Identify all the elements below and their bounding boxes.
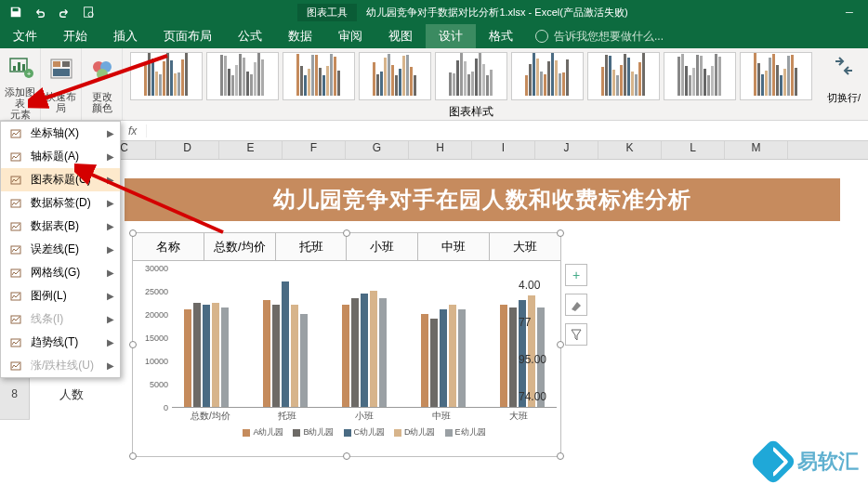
watermark-text: 易软汇 <box>797 448 859 476</box>
fx-icon[interactable]: fx <box>119 124 147 137</box>
chevron-right-icon: ▶ <box>107 314 114 324</box>
chevron-right-icon: ▶ <box>107 151 114 162</box>
column-header[interactable]: I <box>472 141 535 159</box>
save-icon[interactable] <box>6 2 26 22</box>
quick-layout-button[interactable]: 快速布局 <box>41 48 82 120</box>
chevron-right-icon: ▶ <box>107 221 114 231</box>
change-colors-button[interactable]: 更改 颜色 <box>82 48 123 120</box>
chart-header-cell: 中班 <box>418 233 490 260</box>
column-headers[interactable]: BCDEFGHIJKLM <box>0 141 868 160</box>
ribbon-tabs: 文件开始插入页面布局公式数据审阅视图设计格式告诉我您想要做什么... <box>0 24 868 48</box>
chart-styles-label: 图表样式 <box>449 104 493 120</box>
chart-flyout-buttons: + <box>565 264 587 346</box>
tab-页面布局[interactable]: 页面布局 <box>151 24 225 48</box>
chart-style-thumb[interactable] <box>283 52 355 100</box>
chart-style-thumb[interactable] <box>359 52 431 100</box>
svg-text:+: + <box>26 70 31 78</box>
window-controls: ─ <box>831 0 868 24</box>
svg-rect-10 <box>62 61 70 67</box>
redo-icon[interactable] <box>54 2 74 22</box>
menu-label: 轴标题(A) <box>31 149 79 164</box>
print-preview-icon[interactable] <box>78 2 99 22</box>
data-label-icon <box>8 196 23 211</box>
chart-styles-gallery[interactable]: 图表样式 <box>123 48 820 120</box>
data-table-icon <box>8 219 23 234</box>
tab-开始[interactable]: 开始 <box>50 24 100 48</box>
column-header[interactable]: E <box>219 141 283 159</box>
chart-legend: A幼儿园B幼儿园C幼儿园D幼儿园E幼儿园 <box>172 426 557 438</box>
chart-style-thumb[interactable] <box>130 52 203 100</box>
ribbon: + 添加图表 元素 快速布局 更改 颜色 图表样式 切换行/ <box>0 48 868 121</box>
lightbulb-icon <box>535 30 548 43</box>
add-element-label: 添加图表 元素 <box>4 86 36 120</box>
menu-label: 图表标题(C) <box>31 172 91 188</box>
watermark-logo-icon <box>750 438 797 484</box>
chart-style-thumb[interactable] <box>206 52 279 100</box>
tab-数据[interactable]: 数据 <box>275 24 325 48</box>
tab-设计[interactable]: 设计 <box>426 24 476 48</box>
chart-plot-area[interactable]: 050001000015000200002500030000 总数/均价托班小班… <box>133 261 560 428</box>
menu-error-bars[interactable]: 误差线(E)▶ <box>1 238 120 261</box>
menu-legend[interactable]: 图例(L)▶ <box>1 284 120 307</box>
minimize-button[interactable]: ─ <box>831 0 868 24</box>
column-header[interactable]: L <box>662 141 725 159</box>
chart-style-thumb[interactable] <box>511 52 584 100</box>
menu-lines: 线条(I)▶ <box>1 307 120 331</box>
row-label-cell: 人数 <box>59 386 84 403</box>
quick-layout-label: 快速布局 <box>45 91 77 113</box>
column-header[interactable]: F <box>283 141 346 159</box>
chart-style-thumb[interactable] <box>435 52 507 100</box>
switch-rowcol-label: 切换行/ <box>827 91 861 105</box>
chart-header-cell: 大班 <box>490 233 560 260</box>
chevron-right-icon: ▶ <box>107 291 114 301</box>
chart-filter-flyout[interactable] <box>565 323 587 346</box>
svg-point-14 <box>97 69 108 80</box>
tell-me-input[interactable]: 告诉我您想要做什么... <box>526 24 664 48</box>
tab-审阅[interactable]: 审阅 <box>325 24 375 48</box>
chart-bars <box>172 268 557 408</box>
title-bar: 图表工具 幼儿园竞争对手数据对比分析1.xlsx - Excel(产品激活失败)… <box>0 0 868 24</box>
tab-公式[interactable]: 公式 <box>225 24 275 48</box>
worksheet-grid[interactable]: 78 幼儿园竞争对手在园人数和收费标准分析 名称总数/均价托班小班中班大班 05… <box>0 160 868 484</box>
svg-rect-9 <box>53 61 60 67</box>
chart-style-thumb[interactable] <box>664 52 736 100</box>
column-header[interactable]: K <box>598 141 662 159</box>
tab-插入[interactable]: 插入 <box>100 24 151 48</box>
column-header[interactable]: H <box>409 141 472 159</box>
chart-header-cell: 小班 <box>347 233 418 260</box>
menu-trendline[interactable]: 趋势线(T)▶ <box>1 331 120 354</box>
column-header[interactable]: J <box>535 141 598 159</box>
undo-icon[interactable] <box>30 2 50 22</box>
tab-格式[interactable]: 格式 <box>476 24 526 48</box>
add-chart-element-button[interactable]: + 添加图表 元素 <box>0 48 41 120</box>
chart-style-thumb[interactable] <box>587 52 660 100</box>
chart-styles-flyout[interactable] <box>565 294 587 316</box>
chart-elements-flyout[interactable]: + <box>565 264 587 286</box>
column-header[interactable]: M <box>725 141 788 159</box>
tab-文件[interactable]: 文件 <box>0 24 50 48</box>
menu-axis-title[interactable]: 轴标题(A)▶ <box>1 145 120 168</box>
chevron-right-icon: ▶ <box>107 360 114 371</box>
chart-style-thumb[interactable] <box>740 52 812 100</box>
column-header[interactable]: D <box>156 141 219 159</box>
title-banner-cell: 幼儿园竞争对手在园人数和收费标准分析 <box>125 178 840 221</box>
formula-bar: fx <box>0 121 868 141</box>
tab-视图[interactable]: 视图 <box>375 24 426 48</box>
change-colors-label: 更改 颜色 <box>92 91 112 113</box>
chevron-right-icon: ▶ <box>107 198 114 208</box>
legend-icon <box>8 289 23 304</box>
visible-cell-values: 4.007795.0074.00 <box>519 279 546 427</box>
menu-gridlines[interactable]: 网格线(G)▶ <box>1 261 120 284</box>
embedded-chart[interactable]: 名称总数/均价托班小班中班大班 050001000015000200002500… <box>132 232 561 457</box>
menu-data-table[interactable]: 数据表(B)▶ <box>1 215 120 238</box>
chart-title-icon <box>8 173 23 188</box>
switch-row-col-button[interactable]: 切换行/ <box>820 48 868 120</box>
add-chart-element-menu: 坐标轴(X)▶轴标题(A)▶图表标题(C)▶数据标签(D)▶数据表(B)▶误差线… <box>0 121 121 378</box>
menu-chart-title[interactable]: 图表标题(C)▶ <box>1 168 120 191</box>
menu-data-label[interactable]: 数据标签(D)▶ <box>1 191 120 215</box>
chart-header-cell: 名称 <box>133 233 204 260</box>
column-header[interactable]: G <box>346 141 409 159</box>
chevron-right-icon: ▶ <box>107 337 114 347</box>
chevron-right-icon: ▶ <box>107 268 114 278</box>
menu-axis[interactable]: 坐标轴(X)▶ <box>1 122 120 145</box>
